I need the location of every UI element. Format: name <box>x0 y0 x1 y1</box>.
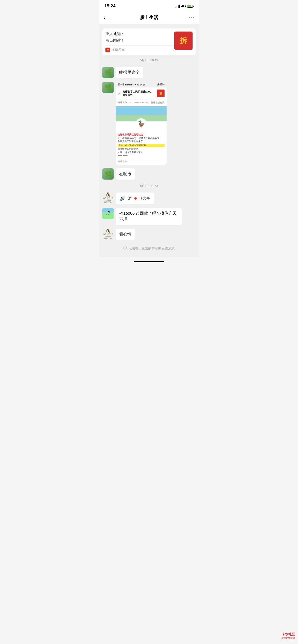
chat-area: 重大通知： 点击阅读！ 发 海曙发布 拆 5月4日 10:43 🌿 咋报里这个 … <box>99 24 199 257</box>
timestamp-1: 5月4日 10:43 <box>99 58 199 63</box>
more-button[interactable]: ··· <box>184 14 195 20</box>
home-bar <box>134 261 164 262</box>
status-icons: 4G ⚡ <box>175 4 194 8</box>
battery-icon: ⚡ <box>187 5 194 8</box>
message-row-3: 🌿 在呢报 <box>99 167 199 181</box>
avatar-1: 🌿 <box>102 67 114 78</box>
avatar-work-2: 🐧 我的心里只有一件事就是 工作 <box>102 229 114 240</box>
article-screenshot[interactable]: 10:41 ■■▪■■ • ★ ✪ ⊕ ◎ @68% × 海曙数字人民币消费红包… <box>116 82 167 165</box>
red-packet-text: 重大通知： 点击阅读！ 发 海曙发布 <box>105 32 174 52</box>
red-packet-subtitle: 点击阅读！ <box>105 38 174 43</box>
avatar-2: 🌿 <box>102 82 114 93</box>
message-row-image: 🌿 10:41 ■■▪■■ • ★ ✪ ⊕ ◎ @68% × 海曙数字人民币消费… <box>99 80 199 166</box>
message-row-5: 🐧 我的心里只有一件事就是 工作 看心情 <box>99 227 199 241</box>
voice-convert-button[interactable]: 转文字 <box>139 196 150 201</box>
message-row-voice: 🐧 我的心里只有一件事就是 工作 🔊 3'' 转文字 <box>99 191 199 206</box>
status-time: 15:24 <box>104 4 115 9</box>
message-bubble-1: 咋报里这个 <box>116 67 143 78</box>
timestamp-2: 5月4日 11:53 <box>99 184 199 188</box>
article-preview: 10:41 ■■▪■■ • ★ ✪ ⊕ ◎ @68% × 海曙数字人民币消费红包… <box>116 82 167 165</box>
nav-bar: ‹ 质上生活 ··· <box>99 11 199 24</box>
avatar-outdoor: 🏖 <box>102 208 114 219</box>
avatar-work: 🐧 我的心里只有一件事就是 工作 <box>102 193 114 204</box>
status-bar: 15:24 4G ⚡ <box>99 0 199 11</box>
red-packet-footer: 发 海曙发布 <box>105 45 174 52</box>
notice-icon: ⓘ <box>123 246 127 251</box>
network-type: 4G <box>181 4 186 8</box>
sender-icon: 发 <box>105 48 110 52</box>
signal-icon <box>175 5 180 8</box>
red-packet-card[interactable]: 重大通知： 点击阅读！ 发 海曙发布 拆 <box>102 28 196 55</box>
message-bubble-3: 在呢报 <box>116 168 135 180</box>
home-indicator <box>99 257 199 266</box>
notice-text: 无法在已退出的群聊中发送消息 <box>128 246 175 251</box>
nav-title: 质上生活 <box>140 14 158 21</box>
red-packet-title: 重大通知： <box>105 32 174 36</box>
message-row: 🌿 咋报里这个 <box>99 66 199 79</box>
red-packet-image: 拆 <box>174 32 193 50</box>
voice-icon: 🔊 <box>120 196 125 201</box>
message-row-4: 🏖 @1oo86 该回款了吗？找你几天不理 <box>99 207 199 226</box>
avatar-3: 🌿 <box>102 168 114 180</box>
back-button[interactable]: ‹ <box>103 14 114 21</box>
message-bubble-4: @1oo86 该回款了吗？找你几天不理 <box>116 208 182 225</box>
voice-dot <box>134 197 137 200</box>
voice-duration: 3'' <box>128 196 132 201</box>
sender-name: 海曙发布 <box>112 48 125 52</box>
system-notice: ⓘ 无法在已退出的群聊中发送消息 <box>99 242 199 255</box>
voice-bubble[interactable]: 🔊 3'' 转文字 <box>116 193 154 204</box>
message-bubble-5: 看心情 <box>116 229 135 240</box>
